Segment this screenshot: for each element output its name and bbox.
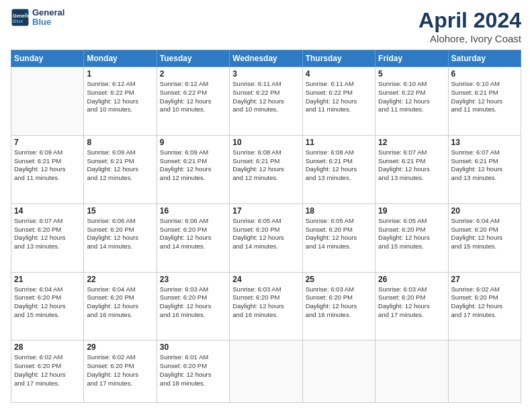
calendar-cell: 20Sunrise: 6:04 AM Sunset: 6:20 PM Dayli… xyxy=(448,203,521,272)
calendar-cell: 11Sunrise: 6:08 AM Sunset: 6:21 PM Dayli… xyxy=(302,135,375,203)
day-number: 11 xyxy=(306,138,372,147)
day-info: Sunrise: 6:03 AM Sunset: 6:20 PM Dayligh… xyxy=(306,285,372,320)
calendar-cell xyxy=(230,340,302,403)
calendar-cell: 15Sunrise: 6:06 AM Sunset: 6:20 PM Dayli… xyxy=(84,203,157,272)
calendar-cell xyxy=(11,67,84,136)
calendar-cell: 23Sunrise: 6:03 AM Sunset: 6:20 PM Dayli… xyxy=(157,272,229,340)
day-info: Sunrise: 6:05 AM Sunset: 6:20 PM Dayligh… xyxy=(378,217,445,251)
calendar-cell: 21Sunrise: 6:04 AM Sunset: 6:20 PM Dayli… xyxy=(11,272,84,340)
calendar-cell: 9Sunrise: 6:09 AM Sunset: 6:21 PM Daylig… xyxy=(157,135,229,203)
logo: General Blue General Blue xyxy=(11,8,64,28)
day-number: 8 xyxy=(87,138,153,147)
day-info: Sunrise: 6:09 AM Sunset: 6:21 PM Dayligh… xyxy=(160,148,226,183)
day-info: Sunrise: 6:10 AM Sunset: 6:21 PM Dayligh… xyxy=(451,80,518,114)
calendar-cell: 16Sunrise: 6:06 AM Sunset: 6:20 PM Dayli… xyxy=(157,203,229,272)
day-number: 6 xyxy=(451,69,518,79)
calendar-cell: 5Sunrise: 6:10 AM Sunset: 6:22 PM Daylig… xyxy=(375,67,448,136)
day-info: Sunrise: 6:02 AM Sunset: 6:20 PM Dayligh… xyxy=(87,353,153,387)
day-number: 25 xyxy=(306,275,372,284)
calendar-cell: 13Sunrise: 6:07 AM Sunset: 6:21 PM Dayli… xyxy=(448,135,521,203)
calendar-cell: 7Sunrise: 6:09 AM Sunset: 6:21 PM Daylig… xyxy=(11,135,84,203)
calendar-cell xyxy=(448,340,521,403)
calendar-cell: 8Sunrise: 6:09 AM Sunset: 6:21 PM Daylig… xyxy=(84,135,157,203)
day-header-sunday: Sunday xyxy=(11,50,84,67)
day-number: 13 xyxy=(451,138,518,147)
day-info: Sunrise: 6:08 AM Sunset: 6:21 PM Dayligh… xyxy=(232,148,299,183)
calendar: SundayMondayTuesdayWednesdayThursdayFrid… xyxy=(11,50,521,403)
calendar-cell: 17Sunrise: 6:05 AM Sunset: 6:20 PM Dayli… xyxy=(230,203,302,272)
day-info: Sunrise: 6:09 AM Sunset: 6:21 PM Dayligh… xyxy=(87,148,153,183)
calendar-cell: 22Sunrise: 6:04 AM Sunset: 6:20 PM Dayli… xyxy=(84,272,157,340)
calendar-cell xyxy=(375,340,448,403)
day-number: 20 xyxy=(451,206,518,216)
day-info: Sunrise: 6:02 AM Sunset: 6:20 PM Dayligh… xyxy=(451,285,518,320)
calendar-cell: 26Sunrise: 6:03 AM Sunset: 6:20 PM Dayli… xyxy=(375,272,448,340)
day-info: Sunrise: 6:06 AM Sunset: 6:20 PM Dayligh… xyxy=(87,217,153,251)
calendar-cell: 25Sunrise: 6:03 AM Sunset: 6:20 PM Dayli… xyxy=(302,272,375,340)
calendar-cell: 30Sunrise: 6:01 AM Sunset: 6:20 PM Dayli… xyxy=(157,340,229,403)
day-number: 14 xyxy=(14,206,81,216)
svg-text:Blue: Blue xyxy=(13,19,23,24)
day-info: Sunrise: 6:05 AM Sunset: 6:20 PM Dayligh… xyxy=(306,217,372,251)
day-header-thursday: Thursday xyxy=(302,50,375,67)
day-info: Sunrise: 6:03 AM Sunset: 6:20 PM Dayligh… xyxy=(160,285,226,320)
calendar-cell: 24Sunrise: 6:03 AM Sunset: 6:20 PM Dayli… xyxy=(230,272,302,340)
main-title: April 2024 xyxy=(418,8,521,33)
calendar-cell xyxy=(302,340,375,403)
day-header-tuesday: Tuesday xyxy=(157,50,229,67)
day-number: 7 xyxy=(14,138,81,147)
day-info: Sunrise: 6:11 AM Sunset: 6:22 PM Dayligh… xyxy=(232,80,299,114)
day-info: Sunrise: 6:02 AM Sunset: 6:20 PM Dayligh… xyxy=(14,353,81,387)
day-header-monday: Monday xyxy=(84,50,157,67)
calendar-cell: 6Sunrise: 6:10 AM Sunset: 6:21 PM Daylig… xyxy=(448,67,521,136)
day-info: Sunrise: 6:06 AM Sunset: 6:20 PM Dayligh… xyxy=(160,217,226,251)
calendar-cell: 4Sunrise: 6:11 AM Sunset: 6:22 PM Daylig… xyxy=(302,67,375,136)
day-info: Sunrise: 6:04 AM Sunset: 6:20 PM Dayligh… xyxy=(451,217,518,251)
header: General Blue General Blue April 2024 Alo… xyxy=(11,8,521,44)
calendar-cell: 10Sunrise: 6:08 AM Sunset: 6:21 PM Dayli… xyxy=(230,135,302,203)
day-header-wednesday: Wednesday xyxy=(230,50,302,67)
calendar-cell: 14Sunrise: 6:07 AM Sunset: 6:20 PM Dayli… xyxy=(11,203,84,272)
day-number: 24 xyxy=(232,275,299,284)
calendar-cell: 12Sunrise: 6:07 AM Sunset: 6:21 PM Dayli… xyxy=(375,135,448,203)
logo-text: General Blue xyxy=(32,8,64,28)
day-info: Sunrise: 6:10 AM Sunset: 6:22 PM Dayligh… xyxy=(378,80,445,114)
day-info: Sunrise: 6:07 AM Sunset: 6:21 PM Dayligh… xyxy=(451,148,518,183)
calendar-week-row: 14Sunrise: 6:07 AM Sunset: 6:20 PM Dayli… xyxy=(11,203,521,272)
day-number: 23 xyxy=(160,275,226,284)
calendar-week-row: 21Sunrise: 6:04 AM Sunset: 6:20 PM Dayli… xyxy=(11,272,521,340)
calendar-cell: 18Sunrise: 6:05 AM Sunset: 6:20 PM Dayli… xyxy=(302,203,375,272)
calendar-cell: 1Sunrise: 6:12 AM Sunset: 6:22 PM Daylig… xyxy=(84,67,157,136)
subtitle: Alohore, Ivory Coast xyxy=(418,33,521,44)
day-number: 12 xyxy=(378,138,445,147)
day-number: 19 xyxy=(378,206,445,216)
day-info: Sunrise: 6:04 AM Sunset: 6:20 PM Dayligh… xyxy=(14,285,81,320)
day-number: 1 xyxy=(87,69,153,79)
day-header-friday: Friday xyxy=(375,50,448,67)
calendar-cell: 19Sunrise: 6:05 AM Sunset: 6:20 PM Dayli… xyxy=(375,203,448,272)
day-number: 26 xyxy=(378,275,445,284)
day-info: Sunrise: 6:12 AM Sunset: 6:22 PM Dayligh… xyxy=(160,80,226,114)
day-number: 10 xyxy=(232,138,299,147)
day-number: 28 xyxy=(14,342,81,352)
day-info: Sunrise: 6:03 AM Sunset: 6:20 PM Dayligh… xyxy=(232,285,299,320)
day-number: 17 xyxy=(232,206,299,216)
day-info: Sunrise: 6:03 AM Sunset: 6:20 PM Dayligh… xyxy=(378,285,445,320)
day-info: Sunrise: 6:11 AM Sunset: 6:22 PM Dayligh… xyxy=(306,80,372,114)
day-info: Sunrise: 6:07 AM Sunset: 6:20 PM Dayligh… xyxy=(14,217,81,251)
calendar-header-row: SundayMondayTuesdayWednesdayThursdayFrid… xyxy=(11,50,521,67)
calendar-cell: 2Sunrise: 6:12 AM Sunset: 6:22 PM Daylig… xyxy=(157,67,229,136)
day-number: 27 xyxy=(451,275,518,284)
day-number: 4 xyxy=(306,69,372,79)
day-number: 30 xyxy=(160,342,226,352)
day-number: 22 xyxy=(87,275,153,284)
day-number: 3 xyxy=(232,69,299,79)
day-number: 18 xyxy=(306,206,372,216)
calendar-week-row: 7Sunrise: 6:09 AM Sunset: 6:21 PM Daylig… xyxy=(11,135,521,203)
day-number: 29 xyxy=(87,342,153,352)
page: General Blue General Blue April 2024 Alo… xyxy=(0,0,532,411)
day-info: Sunrise: 6:01 AM Sunset: 6:20 PM Dayligh… xyxy=(160,353,226,387)
calendar-week-row: 1Sunrise: 6:12 AM Sunset: 6:22 PM Daylig… xyxy=(11,67,521,136)
day-number: 16 xyxy=(160,206,226,216)
day-number: 9 xyxy=(160,138,226,147)
